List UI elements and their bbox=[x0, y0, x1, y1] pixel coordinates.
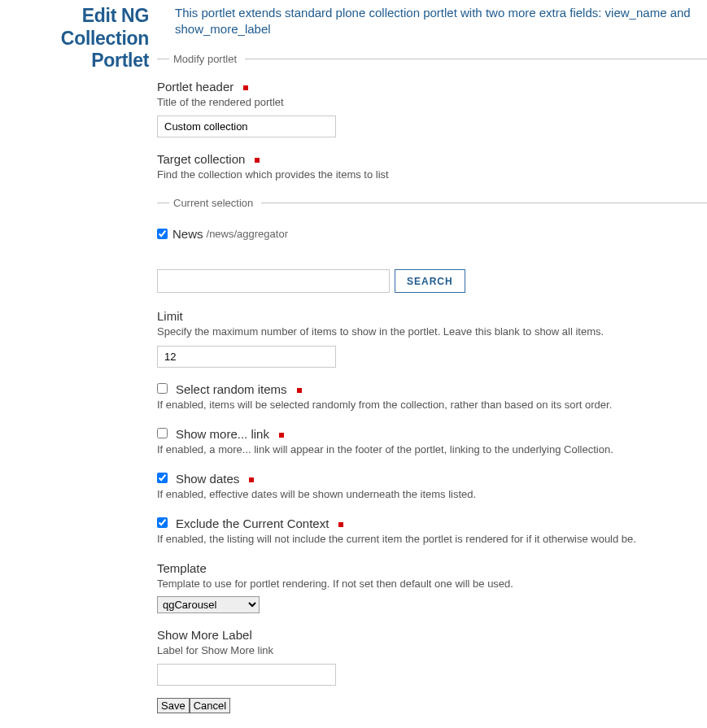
required-icon bbox=[297, 388, 302, 393]
portlet-header-label: Portlet header bbox=[157, 80, 233, 94]
show-dates-help: If enabled, effective dates will be show… bbox=[157, 487, 707, 502]
search-input[interactable] bbox=[157, 269, 390, 293]
random-help: If enabled, items will be selected rando… bbox=[157, 398, 707, 412]
template-select[interactable]: qgCarousel bbox=[157, 596, 260, 613]
required-icon bbox=[255, 158, 260, 163]
show-more-label-help: Label for Show More link bbox=[157, 643, 707, 658]
show-dates-field: Show dates If enabled, effective dates w… bbox=[157, 472, 707, 502]
search-button[interactable]: SEARCH bbox=[395, 269, 465, 293]
target-collection-field: Target collection Find the collection wh… bbox=[157, 152, 707, 182]
limit-label: Limit bbox=[157, 309, 183, 323]
cancel-button[interactable]: Cancel bbox=[190, 698, 230, 713]
current-selection-fieldset: Current selection News /news/aggregator bbox=[157, 197, 707, 257]
required-icon bbox=[338, 522, 343, 527]
selection-path: /news/aggregator bbox=[207, 228, 288, 240]
template-help: Template to use for portlet rendering. I… bbox=[157, 577, 707, 591]
exclude-context-field: Exclude the Current Context If enabled, … bbox=[157, 517, 707, 547]
portlet-header-help: Title of the rendered portlet bbox=[157, 95, 707, 110]
exclude-context-help: If enabled, the listing will not include… bbox=[157, 532, 707, 547]
show-more-label-label: Show More Label bbox=[157, 628, 252, 642]
page-title: Edit NG Collection Portlet bbox=[10, 5, 149, 72]
show-dates-checkbox[interactable] bbox=[157, 473, 168, 483]
show-more-label-field: Show More Label Label for Show More link bbox=[157, 628, 707, 686]
limit-field: Limit Specify the maximum number of item… bbox=[157, 309, 707, 367]
template-field: Template Template to use for portlet ren… bbox=[157, 561, 707, 612]
show-dates-label: Show dates bbox=[176, 472, 239, 486]
main-content: This portlet extends standard plone coll… bbox=[157, 5, 707, 726]
required-icon bbox=[243, 85, 248, 90]
limit-help: Specify the maximum number of items to s… bbox=[157, 325, 707, 339]
selection-checkbox[interactable] bbox=[157, 229, 168, 239]
show-more-label-input[interactable] bbox=[157, 664, 336, 686]
random-label: Select random items bbox=[176, 382, 287, 396]
random-checkbox[interactable] bbox=[157, 383, 168, 394]
fieldset-legend: Modify portlet bbox=[169, 53, 245, 65]
portlet-header-field: Portlet header Title of the rendered por… bbox=[157, 80, 707, 137]
required-icon bbox=[279, 433, 284, 438]
random-field: Select random items If enabled, items wi… bbox=[157, 382, 707, 412]
limit-input[interactable] bbox=[157, 346, 336, 368]
modify-portlet-fieldset: Modify portlet Portlet header Title of t… bbox=[157, 53, 707, 713]
portlet-header-input[interactable] bbox=[157, 116, 336, 137]
show-more-field: Show more... link If enabled, a more... … bbox=[157, 427, 707, 457]
sidebar: Edit NG Collection Portlet bbox=[0, 5, 157, 726]
show-more-help: If enabled, a more... link will appear i… bbox=[157, 442, 707, 457]
search-row: SEARCH bbox=[157, 269, 707, 293]
target-collection-label: Target collection bbox=[157, 152, 245, 166]
required-icon bbox=[249, 477, 254, 482]
show-more-label: Show more... link bbox=[176, 427, 269, 441]
save-button[interactable]: Save bbox=[157, 698, 190, 713]
current-selection-legend: Current selection bbox=[169, 197, 261, 209]
show-more-checkbox[interactable] bbox=[157, 428, 168, 438]
button-row: Save Cancel bbox=[157, 698, 707, 713]
target-collection-help: Find the collection which provides the i… bbox=[157, 168, 707, 182]
template-label: Template bbox=[157, 561, 207, 575]
selection-label: News bbox=[172, 227, 203, 241]
portlet-description: This portlet extends standard plone coll… bbox=[157, 5, 707, 53]
exclude-context-checkbox[interactable] bbox=[157, 517, 168, 528]
selection-row: News /news/aggregator bbox=[157, 227, 707, 241]
exclude-context-label: Exclude the Current Context bbox=[176, 517, 329, 530]
